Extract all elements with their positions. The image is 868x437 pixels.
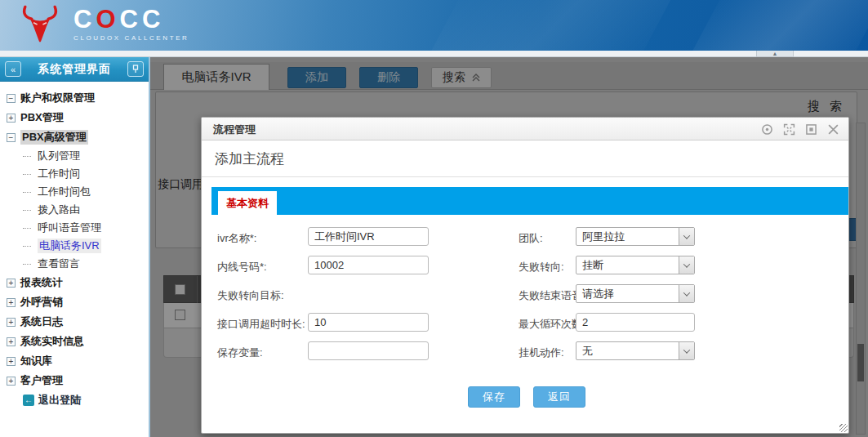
- save-variable-label: 保存变量:: [217, 346, 263, 360]
- close-icon[interactable]: [826, 122, 840, 136]
- sidebar-item-queue-management[interactable]: 队列管理: [5, 147, 149, 165]
- app-logo: COCC CLOUDOX CALLCENTER: [21, 4, 189, 45]
- sidebar-item-account-permissions[interactable]: −账户和权限管理: [5, 88, 149, 108]
- sidebar-item-pbx-advanced[interactable]: −PBX高级管理: [5, 127, 149, 147]
- sidebar-item-label: 拨入路由: [38, 203, 80, 217]
- tabs-bar: [211, 187, 848, 215]
- tree-expand-icon[interactable]: +: [7, 357, 16, 366]
- chevron-down-icon[interactable]: [679, 285, 694, 302]
- sidebar-item-knowledge-base[interactable]: +知识库: [5, 351, 149, 371]
- resize-handle-bottom-right[interactable]: [839, 424, 848, 432]
- logo-text: COCC CLOUDOX CALLCENTER: [73, 7, 189, 42]
- sidebar-item-label: 查看留言: [38, 256, 80, 271]
- save-variable-field[interactable]: [308, 341, 429, 360]
- fail-end-voice-select-value: 请选择: [576, 287, 679, 301]
- team-select[interactable]: 阿里拉拉: [576, 227, 695, 246]
- logo-letter: C: [120, 5, 142, 33]
- sidebar-item-dial-in-route[interactable]: 拨入路由: [5, 201, 149, 219]
- restore-icon[interactable]: [803, 122, 818, 136]
- sidebar-header: « 系统管理界面: [0, 57, 149, 82]
- hangup-action-select[interactable]: 无: [576, 341, 695, 360]
- tree-branch-line: [23, 156, 31, 157]
- sidebar-item-outbound-marketing[interactable]: +外呼营销: [5, 292, 149, 312]
- app-header: COCC CLOUDOX CALLCENTER: [0, 0, 868, 51]
- tree-collapse-icon[interactable]: −: [7, 94, 16, 103]
- sidebar-item-label: 电脑话务IVR: [38, 239, 101, 253]
- tree-expand-icon[interactable]: +: [7, 318, 16, 327]
- chevron-up-icon: ▲: [772, 51, 778, 56]
- double-chevron-left-icon: «: [11, 65, 16, 74]
- fail-redirect-target-label: 失败转向目标:: [217, 288, 284, 303]
- tree-branch-line: [23, 210, 31, 211]
- bull-logo-icon: [21, 4, 59, 45]
- sidebar-item-label: 工作时间: [38, 167, 80, 181]
- logo-letter: C: [142, 5, 164, 33]
- save-button[interactable]: 保存: [468, 386, 520, 408]
- tree-expand-icon[interactable]: +: [7, 298, 16, 307]
- refresh-circle-icon[interactable]: [759, 122, 774, 136]
- chevron-down-icon[interactable]: [679, 228, 694, 245]
- logo-subtext: CLOUDOX CALLCENTER: [73, 34, 189, 42]
- sidebar-item-label: 呼叫语音管理: [38, 221, 101, 235]
- fail-redirect-select[interactable]: 挂断: [576, 256, 695, 274]
- tree-branch-line: [23, 192, 31, 193]
- sidebar-pin-button[interactable]: [127, 61, 144, 77]
- fail-redirect-select-value: 挂断: [576, 258, 679, 273]
- sidebar-title: 系统管理界面: [0, 62, 149, 77]
- sidebar-item-work-time-package[interactable]: 工作时间包: [5, 183, 149, 201]
- sidebar-item-customer-management[interactable]: +客户管理: [5, 371, 149, 390]
- page: COCC CLOUDOX CALLCENTER ▲ « 系统管理界面 −账户和权…: [0, 0, 868, 437]
- sidebar-item-label: 工作时间包: [38, 185, 91, 199]
- sidebar-item-work-time[interactable]: 工作时间: [5, 165, 149, 183]
- sidebar-item-label: PBX管理: [20, 110, 64, 125]
- tree-expand-icon[interactable]: +: [7, 114, 16, 123]
- tree-branch-line: [23, 246, 31, 247]
- logo-letter-red: O: [96, 5, 119, 33]
- tab-basic-info[interactable]: 基本资料: [218, 191, 277, 215]
- dialog-subtitle: 添加主流程: [215, 149, 284, 168]
- team-label: 团队:: [519, 231, 543, 246]
- sidebar-item-label: 外呼营销: [20, 295, 63, 310]
- tree-branch-line: [23, 228, 31, 229]
- sidebar-item-pbx[interactable]: +PBX管理: [5, 108, 149, 127]
- sidebar-item-report-statistics[interactable]: +报表统计: [5, 273, 149, 292]
- pin-icon: [131, 65, 140, 74]
- dialog-title: 流程管理: [213, 123, 256, 137]
- ivr-name-field[interactable]: [308, 227, 429, 246]
- process-management-dialog: 流程管理 添加主流程 基本资料 ivr名称*:: [201, 117, 849, 434]
- tree-expand-icon[interactable]: +: [7, 337, 16, 346]
- hangup-action-label: 挂机动作:: [519, 346, 564, 360]
- extension-number-field[interactable]: [308, 256, 429, 274]
- dialog-window-controls: [759, 122, 840, 136]
- sidebar-collapse-button[interactable]: «: [5, 61, 21, 77]
- sidebar-item-call-voice-management[interactable]: 呼叫语音管理: [5, 219, 149, 237]
- header-streak: [411, 0, 683, 51]
- hangup-action-select-value: 无: [576, 344, 679, 359]
- fail-end-voice-select[interactable]: 请选择: [576, 284, 695, 303]
- dialog-titlebar[interactable]: 流程管理: [202, 118, 848, 140]
- tree-expand-icon[interactable]: +: [7, 279, 16, 288]
- tree-collapse-icon[interactable]: −: [7, 133, 16, 142]
- sidebar-item-system-realtime-info[interactable]: +系统实时信息: [5, 332, 149, 351]
- tree-expand-icon[interactable]: +: [7, 377, 16, 386]
- sidebar-item-label: 队列管理: [38, 149, 80, 163]
- api-timeout-label: 接口调用超时时长:: [217, 317, 305, 332]
- chevron-down-icon[interactable]: [679, 256, 694, 274]
- sidebar-item-logout[interactable]: ←退出登陆: [5, 390, 149, 410]
- logout-icon: ←: [23, 395, 34, 406]
- sidebar-item-computer-ivr[interactable]: 电脑话务IVR: [5, 237, 149, 255]
- sidebar: « 系统管理界面 −账户和权限管理 +PBX管理 −PBX高级管理 队列管理 工…: [0, 57, 150, 437]
- chevron-down-icon[interactable]: [679, 342, 694, 359]
- sidebar-item-label: 知识库: [20, 354, 52, 368]
- sidebar-tree: −账户和权限管理 +PBX管理 −PBX高级管理 队列管理 工作时间 工作时间包…: [0, 82, 149, 410]
- dialog-subtitle-bar: 添加主流程: [202, 140, 848, 177]
- tree-branch-line: [23, 174, 31, 175]
- maximize-icon[interactable]: [781, 122, 796, 136]
- max-loop-count-field[interactable]: [576, 313, 695, 332]
- sidebar-item-view-messages[interactable]: 查看留言: [5, 255, 149, 273]
- api-timeout-field[interactable]: [308, 313, 429, 332]
- tree-branch-line: [23, 264, 31, 265]
- sidebar-item-system-log[interactable]: +系统日志: [5, 312, 149, 332]
- back-button[interactable]: 返回: [533, 386, 585, 408]
- collapse-header-button[interactable]: ▲: [756, 51, 794, 57]
